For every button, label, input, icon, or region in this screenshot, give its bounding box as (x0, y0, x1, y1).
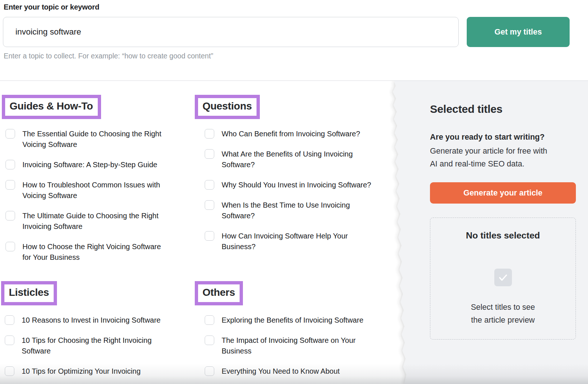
section-listicles: Listicles 10 Reasons to Invest in Invoic… (1, 281, 161, 377)
title-generator-page: Enter your topic or keyword Get my title… (0, 0, 588, 384)
topic-label: Enter your topic or keyword (4, 3, 99, 11)
title-text: The Impact of Invoicing Software on Your… (222, 335, 356, 356)
title-checkbox[interactable] (5, 315, 14, 325)
title-text: Why Should You Invest in Invoicing Softw… (222, 180, 371, 190)
get-titles-button[interactable]: Get my titles (467, 17, 570, 47)
selected-titles-panel: Selected titles Are you ready to start w… (386, 81, 588, 384)
title-checkbox[interactable] (6, 242, 15, 251)
highlight-box-questions: Questions (195, 95, 260, 119)
title-text: What Are the Benefits of Using Invoicing… (222, 149, 353, 170)
checkmark-icon (494, 269, 512, 286)
title-checkbox[interactable] (205, 180, 214, 190)
title-option[interactable]: The Impact of Invoicing Software on Your… (205, 335, 363, 356)
title-option[interactable]: How to Choose the Right Voicing Software… (6, 241, 161, 263)
title-checkbox[interactable] (6, 211, 15, 220)
section-heading: Listicles (9, 286, 49, 299)
title-option[interactable]: Who Can Benefit from Invoicing Software? (205, 129, 371, 139)
title-text: 10 Reasons to Invest in Invoicing Softwa… (22, 315, 161, 326)
title-text: How to Choose the Right Voicing Software… (22, 241, 161, 263)
title-option[interactable]: Why Should You Invest in Invoicing Softw… (205, 180, 371, 190)
title-checkbox[interactable] (205, 129, 214, 139)
title-checkbox[interactable] (205, 231, 214, 241)
title-option[interactable]: How to Troubleshoot Common Issues with V… (6, 180, 161, 201)
title-text: The Ultimate Guide to Choosing the Right… (22, 211, 158, 232)
sidebar-title: Selected titles (430, 103, 576, 115)
title-checkbox[interactable] (205, 366, 214, 376)
title-text: Invoicing Software: A Step-by-Step Guide (22, 159, 157, 170)
article-preview-placeholder: No titles selected Select titles to see … (430, 218, 576, 340)
title-checkbox[interactable] (205, 200, 214, 210)
title-text: 10 Tips for Choosing the Right Invoicing… (22, 335, 152, 356)
title-option[interactable]: 10 Tips for Optimizing Your Invoicing (5, 366, 161, 377)
title-text: When Is the Best Time to Use Invoicing S… (222, 200, 350, 221)
title-option[interactable]: The Essential Guide to Choosing the Righ… (6, 129, 161, 150)
title-text: How to Troubleshoot Common Issues with V… (22, 180, 160, 201)
section-others: Others Exploring the Benefits of Invoici… (195, 281, 363, 377)
highlight-box-guides: Guides & How-To (2, 95, 101, 119)
title-option[interactable]: Everything You Need to Know About (205, 366, 363, 377)
title-option[interactable]: 10 Tips for Choosing the Right Invoicing… (5, 335, 161, 356)
section-guides: Guides & How-To The Essential Guide to C… (2, 95, 161, 263)
sidebar-content: Selected titles Are you ready to start w… (430, 81, 576, 340)
section-heading: Questions (202, 99, 252, 113)
listicles-title-list: 10 Reasons to Invest in Invoicing Softwa… (1, 315, 161, 377)
title-checkbox[interactable] (205, 315, 214, 325)
sidebar-question: Are you ready to start writing? (430, 132, 576, 142)
title-text: The Essential Guide to Choosing the Righ… (22, 129, 161, 150)
title-option[interactable]: When Is the Best Time to Use Invoicing S… (205, 200, 371, 221)
title-option[interactable]: Invoicing Software: A Step-by-Step Guide (6, 159, 161, 170)
title-option[interactable]: What Are the Benefits of Using Invoicing… (205, 149, 371, 170)
title-checkbox[interactable] (5, 335, 14, 345)
title-text: 10 Tips for Optimizing Your Invoicing (22, 366, 141, 377)
title-option[interactable]: How Can Invoicing Software Help Your Bus… (205, 231, 371, 252)
title-checkbox[interactable] (6, 180, 15, 190)
section-heading: Others (202, 286, 235, 299)
title-checkbox[interactable] (205, 335, 214, 345)
title-checkbox[interactable] (6, 129, 15, 139)
title-option[interactable]: 10 Reasons to Invest in Invoicing Softwa… (5, 315, 161, 326)
guides-title-list: The Essential Guide to Choosing the Righ… (2, 129, 161, 263)
questions-title-list: Who Can Benefit from Invoicing Software?… (195, 129, 371, 252)
title-option[interactable]: Exploring the Benefits of Invoicing Soft… (205, 315, 363, 326)
title-text: Who Can Benefit from Invoicing Software? (222, 129, 360, 139)
title-text: Exploring the Benefits of Invoicing Soft… (222, 315, 363, 326)
title-text: How Can Invoicing Software Help Your Bus… (222, 231, 348, 252)
generate-article-button[interactable]: Generate your article (430, 182, 576, 204)
highlight-box-others: Others (195, 281, 243, 305)
title-option[interactable]: The Ultimate Guide to Choosing the Right… (6, 211, 161, 232)
others-title-list: Exploring the Benefits of Invoicing Soft… (195, 315, 363, 377)
empty-state-hint: Select titles to see the article preview (430, 301, 576, 327)
title-checkbox[interactable] (5, 366, 14, 376)
empty-state-title: No titles selected (430, 230, 576, 241)
title-text: Everything You Need to Know About (222, 366, 340, 377)
section-questions: Questions Who Can Benefit from Invoicing… (195, 95, 371, 252)
topic-helper-text: Enter a topic to collect. For example: “… (4, 52, 213, 60)
title-checkbox[interactable] (6, 160, 15, 169)
sidebar-description: Generate your article for free with AI a… (430, 145, 576, 171)
title-checkbox[interactable] (205, 149, 214, 159)
section-heading: Guides & How-To (10, 99, 93, 113)
highlight-box-listicles: Listicles (1, 281, 57, 305)
topic-input[interactable] (3, 17, 459, 47)
